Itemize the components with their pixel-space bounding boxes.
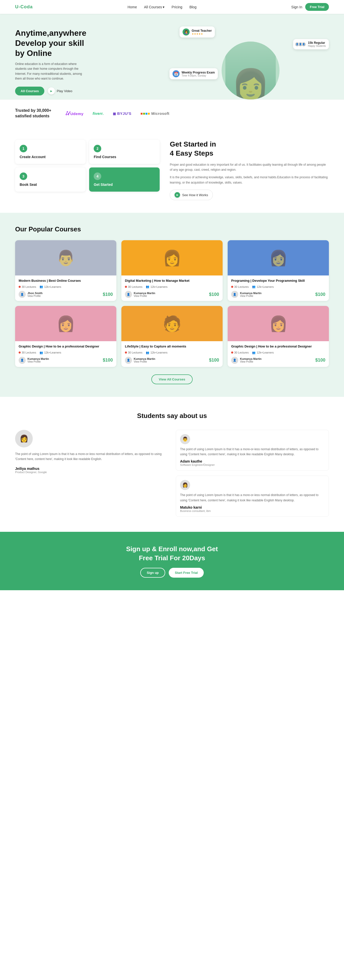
testimonial-text-2: The point of using Lorem Ipsum is that i… bbox=[180, 493, 325, 503]
steps-heading: Get Started in 4 Easy Steps bbox=[170, 140, 329, 158]
nav-links: Home All Courses ▾ Pricing Blog bbox=[127, 5, 196, 9]
chevron-down-icon: ▾ bbox=[163, 5, 164, 9]
testimonial-avatar-1: 👨 bbox=[180, 434, 190, 444]
step-label-4: Get Started bbox=[94, 183, 155, 186]
see-how-button[interactable]: ▶ See How it Works bbox=[170, 189, 213, 200]
step-num-3: 3 bbox=[20, 172, 27, 180]
course-price-4: $100 bbox=[103, 358, 113, 363]
testimonials-grid: 👩 The point of using Lorem Ipsum is that… bbox=[15, 430, 329, 517]
testimonial-card-2: 👩 The point of using Lorem Ipsum is that… bbox=[176, 476, 329, 517]
course-card-6[interactable]: 👩 Graphic Design | How to be a professio… bbox=[228, 306, 329, 367]
course-title-3: Programing | Develope Your Programming S… bbox=[231, 278, 325, 283]
cta-section: Sign up & Enroll now,and Get Free Trial … bbox=[0, 532, 344, 590]
play-icon: ▶ bbox=[48, 88, 55, 94]
hero-person: 👩 bbox=[225, 41, 276, 99]
hero-buttons: All Courses ▶ Play Video bbox=[15, 87, 172, 95]
courses-heading: Our Popular Courses bbox=[15, 225, 329, 233]
step-label-1: Create Account bbox=[20, 155, 81, 159]
trusted-logos: 𝓤 Udemy fiverr. ▦ BYJU'S ■■■■ Microsoft bbox=[65, 110, 169, 116]
cta-heading: Sign up & Enroll now,and Get Free Trial … bbox=[15, 544, 329, 563]
course-thumb-1: 👨 bbox=[15, 240, 116, 275]
testimonial-avatar-left: 👩 bbox=[15, 430, 33, 447]
instructor-4: 👤 Kumanya Martin View Profile bbox=[19, 357, 49, 364]
teacher-icon: 👩‍🏫 bbox=[183, 29, 190, 35]
course-thumb-6: 👩 bbox=[228, 306, 329, 341]
free-trial-button[interactable]: Free Trial bbox=[305, 3, 329, 11]
steps-desc-1: Proper and good education is very import… bbox=[170, 162, 329, 172]
course-title-1: Modern Business | Best Online Courses bbox=[19, 278, 113, 283]
logo-udemy: 𝓤 Udemy bbox=[65, 110, 84, 116]
testimonial-role-left: Product Designer, Google bbox=[15, 471, 47, 474]
course-learners-1: 👥 12k+Learners bbox=[40, 285, 61, 288]
step-create-account[interactable]: 1 Create Account bbox=[15, 140, 86, 164]
step-label-3: Book Seat bbox=[20, 183, 81, 186]
course-price-1: $100 bbox=[103, 292, 113, 297]
course-card-4[interactable]: 👩 Graphic Design | How to be a professio… bbox=[15, 306, 116, 367]
course-thumb-4: 👩 bbox=[15, 306, 116, 341]
steps-grid: 1 Create Account 2 Find Courses 3 Book S… bbox=[15, 140, 160, 192]
testimonial-name-2: Matuko karni bbox=[180, 505, 325, 509]
testimonial-role-1: Software Engineer/Designer bbox=[180, 463, 325, 466]
course-thumb-5: 🧑 bbox=[121, 306, 223, 341]
hero-section: Anytime,anywhere Develop your skill by O… bbox=[0, 14, 344, 99]
courses-grid: 👨 Modern Business | Best Online Courses … bbox=[15, 240, 329, 367]
step-num-4: 4 bbox=[94, 172, 101, 180]
course-price-6: $100 bbox=[315, 358, 325, 363]
step-get-started[interactable]: 4 Get Started bbox=[89, 167, 160, 192]
cta-free-trial-button[interactable]: Start Free Trial bbox=[169, 568, 204, 578]
nav-home[interactable]: Home bbox=[127, 5, 137, 9]
all-courses-button[interactable]: All Courses bbox=[15, 87, 44, 95]
instructor-5: 👤 Kumanya Martin View Profile bbox=[125, 357, 155, 364]
testimonial-avatar-2: 👩 bbox=[180, 480, 190, 490]
instructor-1: 👤 Jhon Smith View Profile bbox=[19, 291, 43, 298]
course-title-6: Graphic Design | How to be a professiona… bbox=[231, 344, 325, 349]
course-card-2[interactable]: 👩 Digital Marketing | How to Manage Mark… bbox=[121, 240, 223, 301]
course-title-2: Digital Marketing | How to Manage Market bbox=[125, 278, 219, 283]
course-lectures-1: 30 Lectures bbox=[19, 285, 36, 288]
nav-actions: Sign In Free Trial bbox=[291, 3, 329, 11]
view-all-courses-button[interactable]: View All Courses bbox=[151, 374, 193, 384]
nav-all-courses[interactable]: All Courses ▾ bbox=[144, 5, 165, 9]
badge-happy-students: 👤 👤 👤 15k Regular Happy Students bbox=[293, 39, 329, 49]
hero-title: Anytime,anywhere Develop your skill by O… bbox=[15, 28, 172, 58]
cta-signup-button[interactable]: Sign up bbox=[140, 568, 166, 578]
course-card-1[interactable]: 👨 Modern Business | Best Online Courses … bbox=[15, 240, 116, 301]
hero-circle: 👩 bbox=[221, 41, 280, 99]
calendar-icon: 📅 bbox=[172, 70, 180, 77]
testimonial-role-2: Business consultant, ibm bbox=[180, 509, 325, 512]
play-video-button[interactable]: ▶ Play Video bbox=[48, 88, 72, 94]
testimonial-name-left: Jeiliya mathus bbox=[15, 466, 47, 471]
trusted-section: Trusted by 30,000+satisfied students 𝓤 U… bbox=[0, 99, 344, 127]
instructor-6: 👤 Kumanya Martin View Profile bbox=[231, 357, 262, 364]
hero-text: Anytime,anywhere Develop your skill by O… bbox=[15, 28, 172, 95]
step-book-seat[interactable]: 3 Book Seat bbox=[15, 167, 86, 192]
logo-microsoft: ■■■■ Microsoft bbox=[140, 111, 169, 116]
instructor-2: 👤 Kumanya Martin View Profile bbox=[125, 291, 155, 298]
badge-weekly-progress: 📅 Weekly Progress Exam Time 4:00pm, Sund… bbox=[169, 68, 218, 79]
steps-section: 1 Create Account 2 Find Courses 3 Book S… bbox=[0, 127, 344, 213]
course-card-3[interactable]: 👩 Programing | Develope Your Programming… bbox=[228, 240, 329, 301]
nav-blog[interactable]: Blog bbox=[190, 5, 196, 9]
testimonial-text-left: The point of using Lorem Ipsum is that i… bbox=[15, 452, 168, 462]
logo-byju: ▦ BYJU'S bbox=[113, 111, 131, 116]
signin-button[interactable]: Sign In bbox=[291, 5, 303, 9]
step-label-2: Find Courses bbox=[94, 155, 155, 159]
testimonial-text-1: The point of using Lorem Ipsum is that i… bbox=[180, 447, 325, 457]
course-price-3: $100 bbox=[315, 292, 325, 297]
testimonials-heading: Students say about us bbox=[15, 412, 329, 420]
course-price-5: $100 bbox=[209, 358, 219, 363]
testimonial-right: 👨 The point of using Lorem Ipsum is that… bbox=[176, 430, 329, 517]
nav-pricing[interactable]: Pricing bbox=[172, 5, 182, 9]
course-price-2: $100 bbox=[209, 292, 219, 297]
badge-great-teacher: 👩‍🏫 Great Teacher ★★★★★ bbox=[180, 26, 215, 38]
hero-image-area: 👩‍🏫 Great Teacher ★★★★★ 👩 👤 👤 👤 15k Regu… bbox=[172, 24, 329, 99]
logo-fiverr: fiverr. bbox=[93, 111, 104, 116]
testimonial-name-1: Adam kauthe bbox=[180, 459, 325, 463]
step-num-1: 1 bbox=[20, 145, 27, 152]
step-find-courses[interactable]: 2 Find Courses bbox=[89, 140, 160, 164]
steps-content: Get Started in 4 Easy Steps Proper and g… bbox=[170, 140, 329, 200]
testimonial-left: 👩 The point of using Lorem Ipsum is that… bbox=[15, 430, 168, 517]
course-thumb-3: 👩 bbox=[228, 240, 329, 275]
trusted-text: Trusted by 30,000+satisfied students bbox=[15, 108, 56, 119]
course-card-5[interactable]: 🧑 LifeStyle | Easy to Capture all moment… bbox=[121, 306, 223, 367]
